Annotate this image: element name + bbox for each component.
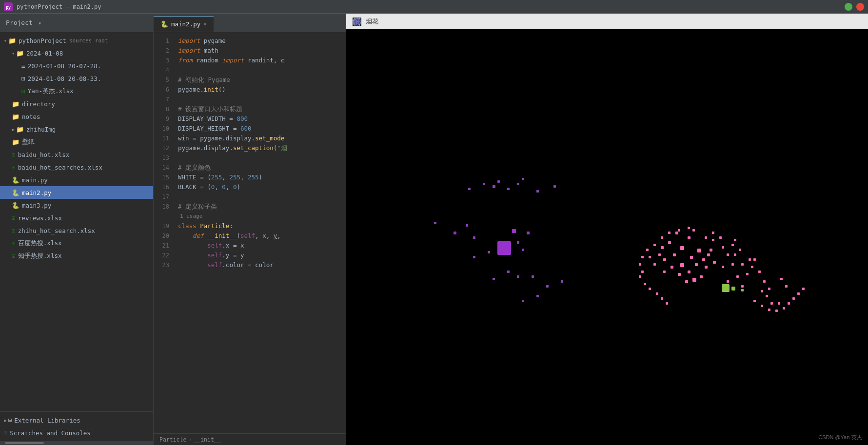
firework-particle [497,241,511,255]
tree-item-label: 2024-01-08 20-08-33. [28,75,101,82]
tree-item-zhihu-hot[interactable]: ⊡ 知乎热搜.xlsx [0,250,153,262]
tree-item-2024-01-08[interactable]: ▾ 📁 2024-01-08 [0,47,153,59]
firework-particle [751,266,753,268]
firework-particle [532,275,534,278]
tree-item-main-py[interactable]: 🐍 main.py [0,174,153,186]
firework-particle [536,190,539,193]
tree-item-file2[interactable]: ⊡ 2024-01-08 20-08-33. [0,72,153,85]
firework-particle [768,309,770,311]
firework-particle [649,288,651,290]
tab-label: main2.py [171,20,200,28]
firework-particle [749,258,751,261]
code-line: self.color = color [178,260,346,270]
folder-icon: 📁 [12,100,20,108]
code-line [178,192,346,202]
firework-particle [739,249,741,251]
firework-particle [644,283,646,285]
firework-particle [736,275,739,278]
firework-particle [656,292,658,295]
code-line: # 初始化 Pygame [178,75,346,85]
file-xls-icon: ⊡ [12,252,16,260]
tree-item-label: Scratches and Consoles [10,429,91,437]
breadcrumb-bar: Particle › __init__ [154,433,346,445]
tree-item-notes[interactable]: 📁 notes [0,110,153,123]
firework-particle [454,232,456,234]
tree-item-label: zhihuImg [26,126,56,133]
folder-icon: 📁 [12,113,20,120]
firework-particle [668,241,671,244]
sources-root-badge: sources root [69,38,108,44]
firework-particle [649,256,651,258]
firework-particle [688,236,690,239]
sidebar-scrollbar[interactable] [0,441,153,445]
tree-item-main3-py[interactable]: 🐍 main3.py [0,199,153,212]
firework-particle [517,275,519,278]
tree-item-wallpaper[interactable]: 📁 壁纸 [0,135,153,148]
breadcrumb-separator: › [188,436,192,443]
firework-particle [661,246,664,249]
firework-particle [483,183,485,185]
sidebar-header[interactable]: Project ▾ [0,14,153,32]
tree-item-zhihu-hot-search[interactable]: ⊡ zhihu_hot_search.xlsx [0,224,153,237]
firework-particle [734,239,736,241]
firework-particle [705,266,708,269]
firework-particle [753,258,756,261]
firework-particle [719,236,722,239]
firework-particle [766,295,768,297]
firework-particle [702,258,705,261]
code-line: # 设置窗口大小和标题 [178,104,346,114]
firework-particle [688,271,690,273]
firework-particle [517,241,519,244]
firework-particle [722,266,724,268]
firework-particle [792,297,795,300]
tree-item-zhihuImg[interactable]: ▶ 📁 zhihuImg [0,123,153,135]
firework-particle [666,302,668,305]
code-line [178,65,346,75]
tree-item-label: baidu_hot_searches.xlsx [18,164,102,171]
file-xls-icon: ⊡ [12,227,16,234]
firework-particle [658,253,661,256]
chevron-down-icon: ▾ [39,20,41,26]
firework-particle [700,275,703,278]
firework-particle [468,188,471,190]
svg-text:py: py [6,5,11,10]
folder-icon: 📁 [12,138,20,146]
firework-particle [473,256,475,258]
tree-item-reviews[interactable]: ⊡ reviews.xlsx [0,212,153,224]
sidebar-bottom: ▶ ⊞ External Libraries ≡ Scratches and C… [0,411,153,441]
tab-main2-py[interactable]: 🐍 main2.py ✕ [154,16,214,32]
tree-item-scratches[interactable]: ≡ Scratches and Consoles [0,426,153,439]
tree-item-file3[interactable]: ⊡ Yan-英杰.xlsx [0,85,153,97]
firework-particle [680,263,684,267]
maximize-btn[interactable] [845,3,852,11]
firework-particle [661,297,663,300]
firework-particle [712,232,714,234]
firework-particle [685,280,688,283]
firework-particle [734,253,736,256]
firework-particle [727,253,729,256]
firework-particle [713,261,716,264]
firework-particle [488,251,490,253]
tree-item-baidu-hot2[interactable]: ⊡ 百度热搜.xlsx [0,237,153,250]
firework-particle [678,229,680,232]
tree-item-pythonProject[interactable]: ▾ 📁 pythonProject sources root [0,34,153,47]
code-line: self.x = x [178,241,346,251]
firework-particle [690,256,693,259]
tree-item-directory[interactable]: 📁 directory [0,97,153,110]
code-editor[interactable]: import pygame import math from random im… [174,32,346,433]
tree-item-label: directory [22,100,55,108]
tree-item-main2-py[interactable]: 🐍 main2.py [0,186,153,199]
firework-particle [731,244,734,246]
code-line: def __init__(self, x, y, [178,231,346,241]
close-btn[interactable] [856,3,864,11]
tree-item-baidu-hot[interactable]: ⊡ baidu_hot.xlsx [0,148,153,161]
tree-item-baidu-hot-searches[interactable]: ⊡ baidu_hot_searches.xlsx [0,161,153,174]
tree-item-label: notes [22,113,40,120]
tab-bar: 🐍 main2.py ✕ [154,14,346,32]
tree-item-external-libraries[interactable]: ▶ ⊞ External Libraries [0,414,153,426]
code-line: import math [178,46,346,56]
editor-content[interactable]: 1 2 3 4 5 6 7 8 9 10 11 12 13 14 15 16 1… [154,32,346,433]
tab-close-btn[interactable]: ✕ [203,21,207,27]
tree-item-file1[interactable]: ≡ 2024-01-08 20-07-28. [0,59,153,72]
code-line: win = pygame.display.set_mode [178,134,346,143]
